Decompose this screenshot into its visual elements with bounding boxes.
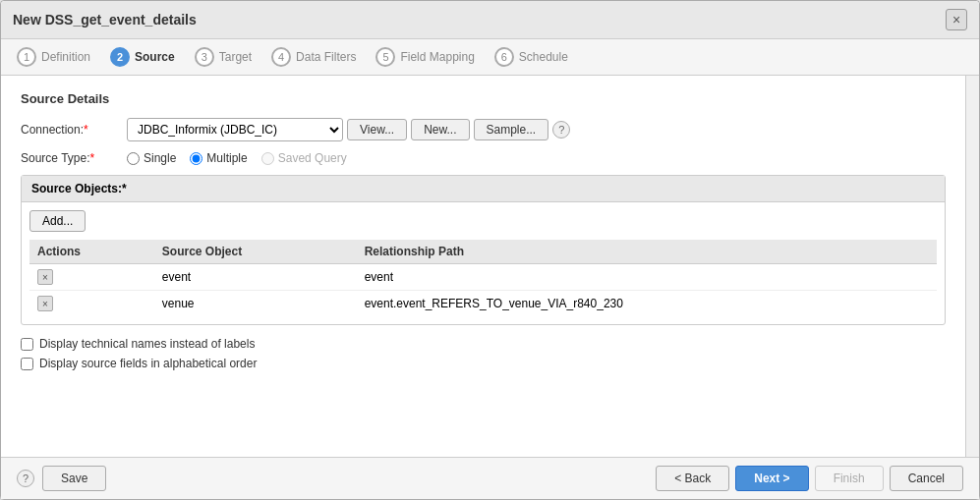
step-circle-4: 4 [271, 47, 291, 67]
step-label-1: Definition [41, 50, 90, 64]
title-bar: New DSS_get_event_details × [1, 1, 979, 39]
wizard-step-5[interactable]: 5 Field Mapping [375, 47, 474, 67]
table-row: × event event [29, 264, 937, 291]
radio-single[interactable]: Single [127, 151, 176, 165]
footer: ? Save < Back Next > Finish Cancel [1, 457, 979, 499]
table-row: × venue event.event_REFERS_TO_venue_VIA_… [29, 291, 937, 317]
source-object-2: venue [154, 291, 357, 317]
footer-left: ? Save [17, 466, 106, 491]
col-header-actions: Actions [29, 240, 154, 264]
wizard-step-4[interactable]: 4 Data Filters [271, 47, 356, 67]
connection-help-icon[interactable]: ? [552, 121, 570, 139]
source-objects-section: Source Objects:* Add... Actions Source O… [21, 175, 946, 325]
source-type-label: Source Type:* [21, 151, 119, 165]
footer-right: < Back Next > Finish Cancel [656, 466, 963, 491]
source-type-row: Source Type:* Single Multiple Saved Quer… [21, 151, 946, 165]
close-button[interactable]: × [946, 9, 967, 30]
content-area: Source Details Connection:* JDBC_Informi… [1, 76, 979, 457]
step-label-4: Data Filters [296, 50, 356, 64]
checkbox-technical-names-input[interactable] [21, 338, 33, 351]
connection-label: Connection:* [21, 123, 119, 137]
action-icon-2[interactable]: × [37, 296, 53, 311]
radio-single-input[interactable] [127, 152, 140, 165]
source-type-radio-group: Single Multiple Saved Query [127, 151, 347, 165]
step-label-5: Field Mapping [400, 50, 474, 64]
scrollbar[interactable] [965, 76, 979, 457]
checkbox-alphabetical-input[interactable] [21, 358, 33, 370]
relationship-path-1: event [357, 264, 937, 291]
step-label-6: Schedule [519, 50, 568, 64]
step-label-2: Source [135, 50, 175, 64]
source-objects-table: Actions Source Object Relationship Path … [29, 240, 937, 316]
action-icon-1[interactable]: × [37, 269, 53, 285]
step-circle-3: 3 [195, 47, 214, 67]
sample-button[interactable]: Sample... [474, 119, 549, 140]
checkbox-technical-names[interactable]: Display technical names instead of label… [21, 337, 946, 351]
footer-help-icon[interactable]: ? [17, 470, 34, 487]
add-button[interactable]: Add... [29, 210, 86, 232]
source-object-1: event [154, 264, 357, 291]
radio-multiple[interactable]: Multiple [190, 151, 247, 165]
save-button[interactable]: Save [42, 466, 106, 491]
next-button[interactable]: Next > [735, 466, 808, 491]
wizard-step-2[interactable]: 2 Source [110, 47, 175, 67]
step-label-3: Target [219, 50, 252, 64]
source-objects-body: Add... Actions Source Object Relationshi… [22, 202, 945, 324]
wizard-step-6[interactable]: 6 Schedule [494, 47, 568, 67]
back-button[interactable]: < Back [656, 466, 729, 491]
step-circle-5: 5 [375, 47, 395, 67]
connection-row: Connection:* JDBC_Informix (JDBC_IC) Vie… [21, 118, 946, 141]
view-button[interactable]: View... [347, 119, 407, 140]
new-button[interactable]: New... [411, 119, 469, 140]
dialog-title: New DSS_get_event_details [13, 12, 197, 28]
checkboxes: Display technical names instead of label… [21, 337, 946, 370]
radio-saved-query[interactable]: Saved Query [261, 151, 347, 165]
checkbox-alphabetical[interactable]: Display source fields in alphabetical or… [21, 357, 946, 370]
col-header-relationship-path: Relationship Path [357, 240, 937, 264]
source-objects-header: Source Objects:* [22, 176, 945, 202]
finish-button: Finish [815, 466, 884, 491]
connection-select-wrapper: JDBC_Informix (JDBC_IC) View... New... S… [127, 118, 570, 141]
step-circle-6: 6 [494, 47, 514, 67]
radio-saved-query-input[interactable] [261, 152, 274, 165]
step-circle-2: 2 [110, 47, 130, 67]
radio-multiple-input[interactable] [190, 152, 202, 165]
section-title: Source Details [21, 91, 946, 106]
wizard-step-3[interactable]: 3 Target [195, 47, 252, 67]
col-header-source-object: Source Object [154, 240, 357, 264]
main-content: Source Details Connection:* JDBC_Informi… [1, 76, 965, 457]
cancel-button[interactable]: Cancel [890, 466, 963, 491]
step-circle-1: 1 [17, 47, 36, 67]
relationship-path-2: event.event_REFERS_TO_venue_VIA_r840_230 [357, 291, 937, 317]
wizard-step-1[interactable]: 1 Definition [17, 47, 90, 67]
dialog: New DSS_get_event_details × 1 Definition… [0, 0, 980, 500]
connection-select[interactable]: JDBC_Informix (JDBC_IC) [127, 118, 343, 141]
wizard-tabs: 1 Definition 2 Source 3 Target 4 Data Fi… [1, 39, 979, 76]
